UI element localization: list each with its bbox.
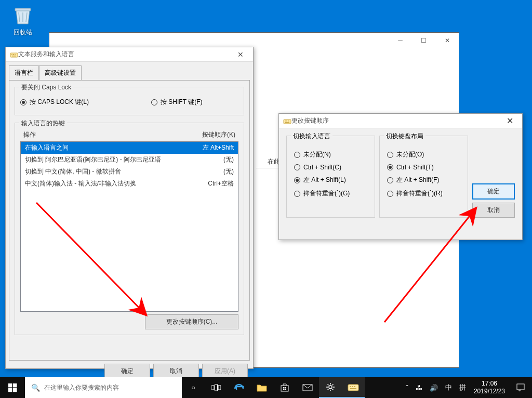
ime-language[interactable]: 中: [442, 383, 456, 392]
hotkey-group: 输入语言的热键 操作 按键顺序(K) 在输入语言之间左 Alt+Shift 切换…: [15, 123, 244, 335]
cortana-icon[interactable]: ○: [182, 377, 205, 398]
change-hotkey-button[interactable]: 更改按键顺序(C)...: [145, 314, 238, 329]
hotkey-row[interactable]: 在输入语言之间左 Alt+Shift: [21, 142, 238, 154]
col-action: 操作: [23, 130, 36, 139]
capslock-group: 要关闭 Caps Lock 按 CAPS LOCK 键(L) 按 SHIFT 键…: [15, 87, 244, 115]
hotkey-row[interactable]: 中文(简体)输入法 - 输入法/非输入法切换Ctrl+空格: [21, 178, 238, 190]
change-hotkey-titlebar[interactable]: 更改按键顺序 ✕: [279, 114, 522, 128]
task-view-icon[interactable]: [205, 377, 228, 398]
close-icon[interactable]: ✕: [230, 50, 251, 59]
svg-rect-23: [283, 389, 285, 391]
keyboard-icon: [283, 117, 291, 125]
radio-ctrl-shift-t[interactable]: Ctrl + Shift(T): [387, 164, 460, 171]
radio-alt-shift-f[interactable]: 左 Alt + Shift(F): [387, 176, 460, 184]
ok-button[interactable]: 确定: [472, 183, 515, 200]
svg-rect-20: [281, 386, 288, 391]
svg-rect-13: [8, 383, 12, 388]
svg-rect-31: [350, 388, 356, 389]
svg-rect-24: [285, 389, 287, 391]
svg-rect-7: [285, 121, 286, 122]
svg-rect-5: [12, 56, 16, 57]
col-keys: 按键顺序(K): [202, 130, 235, 139]
capslock-legend: 要关闭 Caps Lock: [19, 83, 73, 92]
recycle-bin-icon: [12, 4, 34, 26]
radio-alt-shift-l[interactable]: 左 Alt + Shift(L): [294, 176, 367, 184]
radio-unassigned-n[interactable]: 未分配(N): [294, 150, 367, 159]
svg-rect-3: [13, 54, 14, 55]
svg-rect-32: [517, 384, 524, 390]
hotkey-row[interactable]: 切换到 中文(简体, 中国) - 微软拼音(无): [21, 166, 238, 178]
taskbar-app-icon[interactable]: [342, 377, 365, 398]
volume-icon[interactable]: 🔊: [426, 384, 442, 392]
svg-rect-2: [11, 54, 12, 55]
apply-button[interactable]: 应用(A): [202, 364, 248, 379]
text-services-titlebar[interactable]: 文本服务和输入语言 ✕: [6, 47, 253, 62]
radio-dot-icon: [151, 99, 157, 105]
network-icon[interactable]: 🖧: [412, 384, 426, 392]
minimize-button[interactable]: ─: [389, 33, 412, 48]
radio-dot-icon: [20, 99, 26, 105]
settings-icon[interactable]: [319, 377, 342, 398]
time: 17:06: [474, 380, 505, 388]
taskbar: 🔍 在这里输入你要搜索的内容 ○ ˆ 🖧 🔊 中 拼 17:06 2019/12…: [0, 377, 532, 398]
tab-body: 要关闭 Caps Lock 按 CAPS LOCK 键(L) 按 SHIFT 键…: [9, 80, 250, 361]
ok-button[interactable]: 确定: [104, 364, 150, 379]
cancel-button[interactable]: 取消: [472, 203, 515, 218]
close-icon[interactable]: ✕: [499, 116, 520, 126]
svg-rect-18: [215, 384, 218, 391]
cancel-button[interactable]: 取消: [153, 364, 199, 379]
svg-rect-1: [10, 53, 18, 57]
radio-shift[interactable]: 按 SHIFT 键(F): [151, 98, 202, 107]
tab-advanced-keys[interactable]: 高级键设置: [39, 65, 82, 81]
windows-icon: [8, 383, 17, 392]
edge-icon[interactable]: [228, 377, 250, 398]
svg-rect-9: [288, 121, 289, 122]
svg-rect-6: [284, 120, 291, 124]
tray-expand-icon[interactable]: ˆ: [403, 384, 412, 392]
search-box[interactable]: 🔍 在这里输入你要搜索的内容: [25, 377, 182, 398]
radio-unassigned-o[interactable]: 未分配(O): [387, 150, 460, 159]
svg-rect-21: [283, 387, 285, 389]
svg-rect-8: [286, 121, 287, 122]
recycle-bin[interactable]: 回收站: [7, 4, 38, 37]
svg-rect-0: [15, 8, 31, 11]
keyboard-icon: [10, 50, 18, 59]
clock[interactable]: 17:06 2019/12/23: [470, 380, 509, 395]
tabs: 语言栏 高级键设置: [9, 65, 250, 80]
action-center-icon[interactable]: [509, 377, 532, 398]
svg-rect-16: [13, 388, 17, 392]
input-language-legend: 切换输入语言: [291, 132, 332, 141]
svg-rect-29: [352, 386, 353, 387]
search-placeholder: 在这里输入你要搜索的内容: [44, 383, 119, 392]
close-button[interactable]: ✕: [435, 33, 459, 48]
radio-ctrl-shift-c[interactable]: Ctrl + Shift(C): [294, 164, 367, 171]
system-tray: ˆ 🖧 🔊 中 拼 17:06 2019/12/23: [403, 377, 532, 398]
ime-mode[interactable]: 拼: [456, 383, 470, 392]
text-services-title: 文本服务和输入语言: [18, 50, 230, 59]
radio-dot-icon: [387, 152, 393, 158]
keyboard-layout-group: 切换键盘布局 未分配(O) Ctrl + Shift(T) 左 Alt + Sh…: [379, 136, 468, 218]
radio-grave-g[interactable]: 抑音符重音(`)(G): [294, 189, 367, 198]
svg-rect-15: [8, 388, 12, 392]
radio-dot-icon: [294, 177, 300, 183]
hotkey-legend: 输入语言的热键: [19, 119, 67, 128]
explorer-icon[interactable]: [250, 377, 273, 398]
start-button[interactable]: [0, 377, 25, 398]
radio-dot-icon: [294, 191, 300, 197]
svg-rect-14: [13, 383, 17, 388]
change-hotkey-title: 更改按键顺序: [291, 116, 499, 125]
radio-dot-icon: [387, 164, 393, 170]
radio-dot-icon: [387, 191, 393, 197]
svg-rect-4: [15, 54, 16, 55]
maximize-button[interactable]: ☐: [412, 33, 435, 48]
svg-rect-17: [211, 386, 214, 390]
change-hotkey-dialog: 更改按键顺序 ✕ 切换输入语言 未分配(N) Ctrl + Shift(C) 左…: [278, 113, 523, 240]
mail-icon[interactable]: [296, 377, 319, 398]
radio-capslock[interactable]: 按 CAPS LOCK 键(L): [20, 98, 89, 107]
tab-language-bar[interactable]: 语言栏: [9, 65, 39, 81]
radio-dot-icon: [294, 152, 300, 158]
hotkey-row[interactable]: 切换到 阿尔巴尼亚语(阿尔巴尼亚) - 阿尔巴尼亚语(无): [21, 154, 238, 166]
hotkey-list[interactable]: 在输入语言之间左 Alt+Shift 切换到 阿尔巴尼亚语(阿尔巴尼亚) - 阿…: [20, 141, 238, 312]
radio-grave-r[interactable]: 抑音符重音(`)(R): [387, 189, 460, 198]
store-icon[interactable]: [273, 377, 296, 398]
